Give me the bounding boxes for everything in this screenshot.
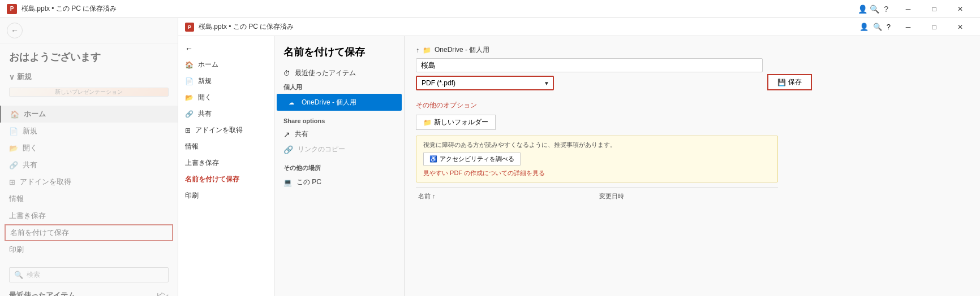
overlay-addins-label: アドインを取得: [195, 125, 243, 135]
back-btn-sidebar[interactable]: ←: [7, 23, 23, 38]
overlay-panel: P 桜島.pptx • この PC に保存済み 👤 🔍 ? ─ □ ✕: [178, 18, 980, 296]
overlay-overwrite-label: 上書き保存: [185, 158, 219, 168]
overlay-nav-saveas[interactable]: 名前を付けて保存: [178, 171, 274, 188]
overlay-home-label: ホーム: [198, 60, 218, 69]
save-button[interactable]: 💾 保存: [767, 74, 812, 90]
help-btn-background[interactable]: ?: [884, 5, 888, 14]
new-folder-button[interactable]: 📁 新しいフォルダー: [416, 115, 496, 130]
sidebar-new-label: 新規: [23, 126, 37, 136]
recent-header: 最近使ったアイテム ピン: [0, 287, 178, 296]
saveas-recent-label: 最近使ったアイテム: [295, 68, 356, 78]
save-label: 保存: [788, 77, 802, 87]
sidebar-item-overwrite[interactable]: 上書き保存: [0, 207, 178, 224]
titlebar-title-background: 桜島.pptx • この PC に保存済み: [22, 4, 858, 14]
overlay-help-btn[interactable]: ?: [887, 23, 891, 31]
overlay-addins-icon: ⊞: [185, 127, 191, 134]
sidebar-item-saveas[interactable]: 名前を付けて保存: [5, 224, 173, 241]
sidebar-item-addins[interactable]: ⊞ アドインを取得: [0, 173, 178, 190]
overlay-back-btn[interactable]: ←: [178, 41, 274, 56]
overlay-nav-overwrite[interactable]: 上書き保存: [178, 155, 274, 171]
filename-row: PDF (*.pdf) PowerPoint プレゼンテーション (*.pptx…: [416, 58, 812, 97]
sidebar-saveas-label: 名前を付けて保存: [10, 228, 69, 238]
overlay-nav-share[interactable]: 🔗 共有: [178, 106, 274, 122]
sidebar-item-info[interactable]: 情報: [0, 190, 178, 207]
new-section-label: 新規: [17, 72, 32, 82]
overlay-wrapper: P 桜島.pptx • この PC に保存済み 👤 🔍 ? ─ □ ✕: [178, 18, 980, 296]
overlay-nav-home[interactable]: 🏠 ホーム: [178, 56, 274, 73]
minimize-btn-background[interactable]: ─: [895, 0, 921, 18]
accessibility-notice-text: 視覚に障碍のある方が読みやすくなるように、推奨事項があります。: [423, 141, 771, 149]
clock-icon: ⏱: [283, 69, 290, 77]
saveas-nav-recent[interactable]: ⏱ 最近使ったアイテム: [274, 66, 404, 81]
titlebar-background: P 桜島.pptx • この PC に保存済み 👤 🔍 ? ─ □ ✕: [0, 0, 980, 18]
share-icon-sidebar: 🔗: [9, 161, 18, 169]
maximize-btn-background[interactable]: □: [921, 0, 947, 18]
sidebar-item-print[interactable]: 印刷: [0, 241, 178, 258]
overlay-nav-addins[interactable]: ⊞ アドインを取得: [178, 122, 274, 138]
saveas-copylink-label: リンクのコピー: [298, 145, 345, 154]
overlay-nav-print[interactable]: 印刷: [178, 188, 274, 204]
saveas-right-pane: ↑ 📁 OneDrive - 個人用 P: [405, 36, 980, 296]
share-options-section: Share options: [274, 115, 404, 127]
left-sidebar: ← おはようございます ∨ 新規 新しいプレゼンテーション 🏠 ホーム 📄 新規…: [0, 18, 178, 296]
close-btn-background[interactable]: ✕: [947, 0, 973, 18]
sidebar-open-label: 開く: [23, 143, 37, 153]
overlay-open-label: 開く: [198, 93, 212, 102]
sidebar-item-open[interactable]: 📂 開く: [0, 140, 178, 156]
sidebar-item-home[interactable]: 🏠 ホーム: [0, 106, 178, 123]
overlay-saveas-label: 名前を付けて保存: [185, 175, 239, 184]
home-icon: 🏠: [10, 110, 19, 119]
overlay-minimize-btn[interactable]: ─: [895, 18, 921, 36]
overlay-share-icon: 🔗: [185, 110, 194, 118]
onedrive-icon: ☁: [286, 97, 297, 108]
sidebar-item-new[interactable]: 📄 新規: [0, 123, 178, 140]
sidebar-info-label: 情報: [9, 194, 24, 204]
saveas-nav-copylink[interactable]: 🔗 リンクのコピー: [274, 142, 404, 157]
table-col-modified: 変更日時: [597, 191, 778, 202]
breadcrumb-folder-icon: 📁: [423, 46, 431, 54]
saveas-inputs: PDF (*.pdf) PowerPoint プレゼンテーション (*.pptx…: [416, 58, 763, 97]
user-icon: 👤: [858, 5, 867, 14]
saveas-content: 名前を付けて保存 ⏱ 最近使ったアイテム 個人用 ☁ OneDrive - 個人…: [274, 36, 980, 296]
table-modified-label: 変更日時: [599, 192, 624, 201]
save-floppy-icon: 💾: [777, 79, 786, 86]
sidebar-addins-label: アドインを取得: [20, 177, 71, 187]
search-icon-sidebar: 🔍: [14, 271, 23, 279]
app-icon-background: P: [7, 4, 17, 14]
filetype-select[interactable]: PDF (*.pdf) PowerPoint プレゼンテーション (*.pptx…: [417, 77, 553, 89]
new-presentation-thumb: 新しいプレゼンテーション: [9, 88, 169, 97]
overlay-print-label: 印刷: [185, 191, 199, 201]
other-places-section: その他の場所: [274, 162, 404, 175]
saveas-nav-share[interactable]: ↗ 共有: [274, 127, 404, 142]
overlay-content: ← 🏠 ホーム 📄 新規 📂 開く 🔗 共有: [178, 36, 980, 296]
pc-icon: 💻: [283, 179, 292, 186]
breadcrumb-text: OneDrive - 個人用: [435, 45, 489, 55]
accessibility-check-button[interactable]: ♿ アクセシビリティを調べる: [423, 153, 521, 166]
other-options-link[interactable]: その他のオプション: [416, 101, 969, 110]
overlay-nav-open[interactable]: 📂 開く: [178, 89, 274, 106]
overlay-close-btn[interactable]: ✕: [947, 18, 973, 36]
overlay-open-icon: 📂: [185, 94, 194, 102]
table-col-name: 名前 ↑: [416, 191, 597, 202]
overlay-nav-info[interactable]: 情報: [178, 138, 274, 155]
sidebar-item-share[interactable]: 🔗 共有: [0, 156, 178, 173]
saveas-left-pane: 名前を付けて保存 ⏱ 最近使ったアイテム 個人用 ☁ OneDrive - 個人…: [274, 36, 405, 296]
overlay-titlebar-title: 桜島.pptx • この PC に保存済み: [199, 22, 859, 32]
search-box-sidebar[interactable]: 🔍 検索: [9, 267, 169, 282]
sidebar-share-label: 共有: [23, 160, 37, 170]
sidebar-home-label: ホーム: [24, 109, 46, 119]
saveas-nav-thispc[interactable]: 💻 この PC: [274, 175, 404, 190]
accessibility-icon: ♿: [429, 155, 437, 163]
saveas-title: 名前を付けて保存: [274, 45, 404, 66]
saveas-nav-onedrive[interactable]: ☁ OneDrive - 個人用: [277, 94, 402, 111]
accessibility-details-link[interactable]: 見やすい PDF の作成についての詳細を見る: [423, 169, 545, 176]
new-doc-icon: 📄: [9, 127, 18, 136]
filename-input[interactable]: [416, 58, 763, 72]
accessibility-notice: 視覚に障碍のある方が読みやすくなるように、推奨事項があります。 ♿ アクセシビリ…: [416, 136, 778, 182]
titlebar-user-icons: 👤 🔍 ?: [858, 5, 891, 14]
share-icon-saveas: ↗: [283, 130, 290, 139]
overlay-titlebar: P 桜島.pptx • この PC に保存済み 👤 🔍 ? ─ □ ✕: [178, 18, 980, 36]
new-pres-label: 新しいプレゼンテーション: [55, 88, 123, 96]
overlay-nav-new[interactable]: 📄 新規: [178, 73, 274, 89]
overlay-maximize-btn[interactable]: □: [921, 18, 947, 36]
